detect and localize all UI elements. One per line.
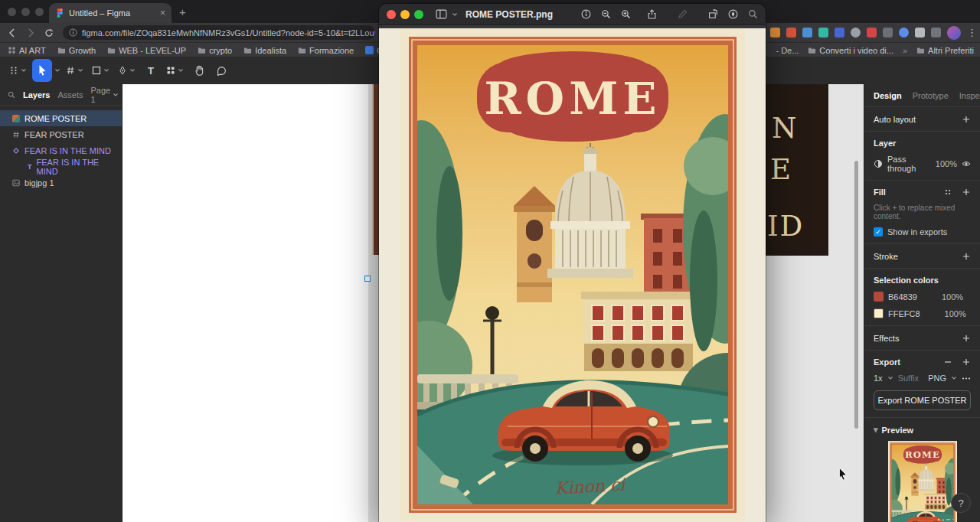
pen-tool-button[interactable]: [115, 59, 139, 82]
add-fill-icon[interactable]: [962, 188, 971, 197]
export-scale-select[interactable]: 1x: [874, 374, 883, 383]
hand-tool-button[interactable]: [189, 59, 209, 82]
extension-icon[interactable]: [883, 28, 893, 38]
selection-handle[interactable]: [364, 276, 371, 282]
help-button[interactable]: ?: [951, 493, 971, 513]
blend-mode-select[interactable]: Pass through: [887, 155, 931, 173]
selection-colors-section: Selection colors B64839 100% FFEFC8 100%: [864, 269, 980, 326]
profile-avatar[interactable]: [947, 26, 961, 40]
move-tool-chevron-icon[interactable]: [54, 67, 60, 73]
add-stroke-icon[interactable]: [962, 252, 971, 261]
zoom-in-icon[interactable]: [621, 9, 631, 19]
close-icon[interactable]: [387, 10, 396, 19]
layer-row[interactable]: ROME POSTER: [0, 110, 122, 126]
extension-icon[interactable]: [802, 28, 812, 38]
rotate-icon[interactable]: [708, 9, 718, 19]
color-row[interactable]: B64839 100%: [874, 292, 971, 302]
preview-titlebar[interactable]: ROME POSTER.png: [379, 4, 766, 25]
tab-assets[interactable]: Assets: [57, 90, 83, 100]
frame-tool-button[interactable]: [63, 59, 87, 82]
window-minimize-icon[interactable]: [21, 8, 30, 16]
tab-design[interactable]: Design: [874, 91, 902, 100]
comment-tool-button[interactable]: [211, 59, 231, 82]
bookmark-item[interactable]: WEB - LEVEL-UP: [107, 46, 186, 55]
color-row[interactable]: FFEFC8 100%: [874, 308, 971, 318]
export-format-select[interactable]: PNG: [928, 374, 946, 383]
page-selector[interactable]: Page 1: [91, 86, 119, 104]
search-icon[interactable]: [748, 9, 758, 19]
fill-styles-icon[interactable]: [943, 188, 952, 197]
address-bar[interactable]: figma.com/file/ZOqa831eMwhNfNMRz3vGs1/Un…: [63, 25, 375, 40]
layer-row[interactable]: FEAR IS IN THE MIND: [0, 142, 122, 158]
export-suffix-input[interactable]: Suffix: [898, 374, 919, 383]
main-menu-button[interactable]: [6, 59, 30, 82]
browser-tab[interactable]: Untitled – Figma ×: [49, 3, 172, 23]
window-controls[interactable]: [8, 8, 49, 18]
preview-window[interactable]: ROME POSTER.png: [379, 4, 766, 522]
extension-icon[interactable]: [915, 28, 925, 38]
tab-inspect[interactable]: Inspect: [959, 91, 980, 100]
opacity-field[interactable]: 100%: [936, 159, 957, 168]
bookmark-item[interactable]: Idealista: [243, 46, 286, 55]
chevron-down-icon: [887, 375, 893, 381]
tab-close-icon[interactable]: ×: [160, 8, 165, 18]
browser-menu-icon[interactable]: ⋮: [967, 27, 977, 38]
forward-icon[interactable]: [26, 28, 35, 38]
layer-row[interactable]: bigjpg 1: [0, 175, 122, 191]
window-close-icon[interactable]: [8, 8, 16, 16]
info-icon[interactable]: [581, 9, 591, 19]
bookmark-item[interactable]: Growth: [57, 46, 96, 55]
maximize-icon[interactable]: [414, 10, 423, 19]
extension-icon[interactable]: [818, 28, 828, 38]
collapse-caret-icon[interactable]: ▾: [874, 425, 878, 435]
blend-mode-icon[interactable]: [874, 159, 883, 168]
color-swatch[interactable]: [874, 292, 884, 302]
back-icon[interactable]: [8, 28, 17, 38]
extension-icon[interactable]: [770, 28, 780, 38]
export-button[interactable]: Export ROME POSTER: [874, 390, 971, 410]
share-icon[interactable]: [647, 9, 657, 19]
layer-row[interactable]: TFEAR IS IN THE MIND: [0, 158, 122, 175]
tab-prototype[interactable]: Prototype: [913, 91, 949, 100]
extension-icon[interactable]: [835, 28, 844, 38]
bookmark-item[interactable]: Formazione: [298, 46, 354, 55]
fear-poster-partial[interactable]: N E ID: [766, 84, 828, 256]
markup-icon[interactable]: [728, 9, 738, 19]
resources-button[interactable]: [163, 59, 187, 82]
canvas-scrollbar[interactable]: [854, 161, 858, 429]
add-effect-icon[interactable]: [962, 334, 971, 343]
reload-icon[interactable]: [44, 28, 54, 38]
export-more-icon[interactable]: [962, 377, 971, 380]
window-zoom-icon[interactable]: [35, 8, 44, 16]
zoom-out-icon[interactable]: [601, 9, 611, 19]
chevron-down-icon[interactable]: [452, 11, 458, 18]
shape-tool-button[interactable]: [89, 59, 113, 82]
extension-icon[interactable]: [899, 28, 909, 38]
sidebar-toggle-icon[interactable]: [436, 9, 447, 19]
extension-icon[interactable]: [786, 28, 796, 38]
add-export-icon[interactable]: [962, 357, 971, 367]
bookmark-item[interactable]: - De...: [776, 46, 799, 55]
bookmark-item[interactable]: Converti i video di...: [808, 46, 893, 55]
frame-fear-poster[interactable]: [122, 84, 368, 522]
color-swatch[interactable]: [874, 308, 884, 318]
layer-row[interactable]: FEAR POSTER: [0, 126, 122, 142]
extension-icon[interactable]: [867, 28, 877, 38]
visibility-eye-icon[interactable]: [962, 159, 971, 168]
site-info-icon[interactable]: [69, 28, 77, 37]
remove-export-icon[interactable]: [943, 357, 952, 367]
minimize-icon[interactable]: [400, 10, 410, 19]
add-auto-layout-icon[interactable]: [962, 115, 971, 124]
text-tool-button[interactable]: T: [141, 59, 161, 82]
extension-icon[interactable]: [931, 28, 941, 38]
bookmarks-overflow-icon[interactable]: »: [903, 46, 907, 55]
bookmark-item[interactable]: Altri Preferiti: [916, 46, 974, 55]
bookmark-item[interactable]: AI ART: [8, 46, 46, 55]
move-tool-button[interactable]: [32, 59, 52, 82]
bookmark-item[interactable]: crypto: [198, 46, 232, 55]
tab-layers[interactable]: Layers: [23, 90, 50, 100]
show-in-exports-checkbox[interactable]: ✓: [874, 227, 883, 237]
extension-icon[interactable]: [851, 28, 861, 38]
new-tab-button[interactable]: +: [179, 5, 186, 18]
search-icon[interactable]: [8, 91, 15, 99]
